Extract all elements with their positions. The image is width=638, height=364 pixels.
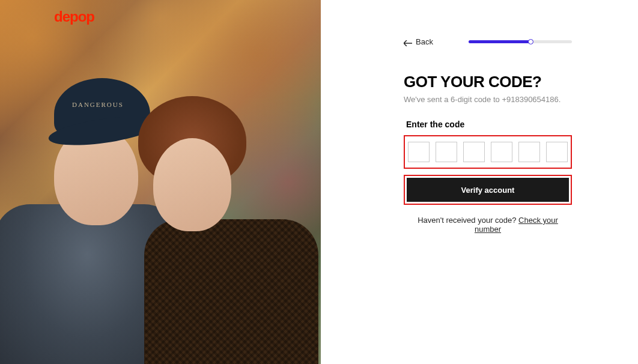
verify-button-highlight: Verify account — [404, 175, 572, 205]
resend-prompt-text: Haven't received your code? — [418, 216, 518, 225]
progress-bar — [469, 40, 572, 43]
top-nav-row: Back — [404, 37, 572, 46]
resend-row: Haven't received your code? Check your n… — [404, 216, 572, 234]
page-subheading: We've sent a 6-digit code to +9183906541… — [404, 95, 572, 104]
code-input-highlight — [404, 135, 572, 169]
code-digit-2[interactable] — [436, 142, 457, 162]
progress-fill — [469, 40, 530, 43]
verification-panel: Back GOT YOUR CODE? We've sent a 6-digit… — [321, 0, 638, 364]
progress-thumb — [528, 39, 533, 44]
code-field-label: Enter the code — [406, 120, 572, 129]
page-heading: GOT YOUR CODE? — [404, 73, 572, 91]
arrow-left-icon — [404, 39, 412, 45]
code-digit-3[interactable] — [463, 142, 485, 162]
code-input-group — [407, 138, 569, 166]
hero-image-panel: depop DANGEROUS — [0, 0, 321, 364]
hero-figure-right — [120, 105, 288, 363]
hero-cap-text: DANGEROUS — [72, 101, 124, 108]
code-digit-4[interactable] — [491, 142, 512, 162]
code-digit-1[interactable] — [408, 142, 430, 162]
back-button[interactable]: Back — [404, 37, 433, 46]
back-button-label: Back — [416, 37, 433, 46]
verify-account-button[interactable]: Verify account — [407, 178, 569, 202]
code-digit-6[interactable] — [546, 142, 568, 162]
code-digit-5[interactable] — [518, 142, 540, 162]
brand-logo: depop — [54, 8, 94, 25]
